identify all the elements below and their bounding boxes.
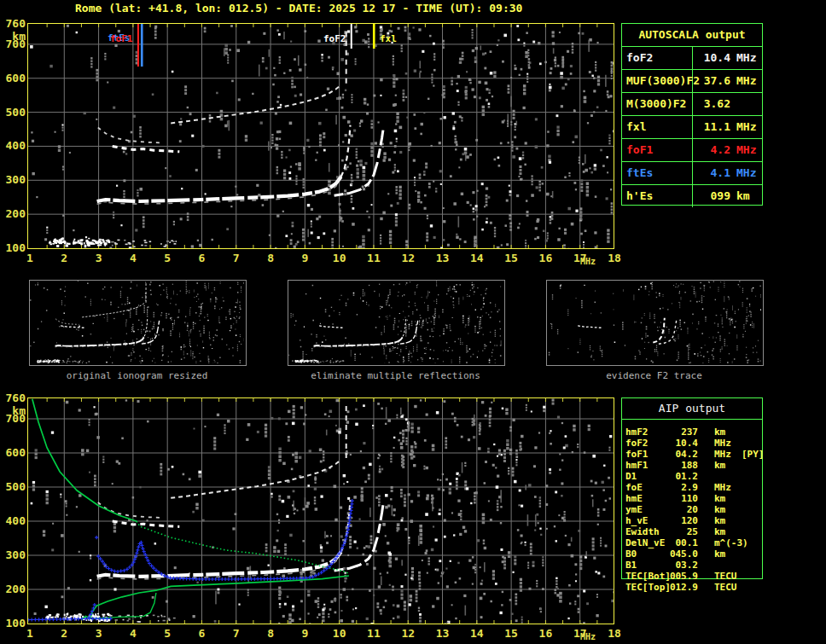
autoscala-param: foF1 [622, 139, 693, 161]
aip-row-TECTop: TEC[Top]012.9TECU [625, 582, 760, 593]
y-tick-label: 700 [2, 38, 26, 50]
y-tick-label: 400 [2, 515, 26, 527]
autoscala-output-table: AUTOSCALA output foF210.4MHzMUF(3000)F23… [621, 23, 763, 206]
autoscala-value: 3.62 [693, 93, 762, 115]
x-tick-label: 6 [190, 627, 212, 640]
autoscala-value: 099km [693, 185, 762, 207]
aip-row-foF1: foF104.2MHz[PY] [625, 449, 760, 460]
y-tick-label: 200 [2, 208, 26, 220]
y-tick-label: 100 [2, 242, 26, 254]
autoscala-row-foF2: foF210.4MHz [622, 47, 762, 70]
y-tick-label: 500 [2, 107, 26, 119]
x-tick-label: 12 [397, 627, 419, 640]
aip-row-TECBot: TEC[Bot]005.9TECU [625, 571, 760, 582]
aip-row-Ewidth: Ewidth25km [625, 526, 760, 537]
y-tick-label: 300 [2, 549, 26, 561]
autoscala-app-screen: Rome (lat: +41.8, lon: 012.5) - DATE: 20… [0, 0, 826, 644]
autoscala-value: 4.1MHz [693, 162, 762, 184]
autoscala-row-MUF3000F2: MUF(3000)F237.6MHz [622, 70, 762, 93]
aip-row-hmF2: hmF2237km [625, 426, 760, 438]
thumbnail-eliminate-reflections [288, 280, 505, 366]
marker-label-foF1: foF1 [110, 34, 133, 44]
y-tick-label: 200 [2, 583, 26, 595]
autoscala-table-header: AUTOSCALA output [622, 24, 762, 47]
aip-table-header: AIP output [622, 398, 762, 420]
aip-row-hmE: hmE110km [625, 493, 760, 504]
x-tick-label: 14 [466, 627, 488, 640]
aip-row-foF2: foF210.4MHz [625, 438, 760, 449]
x-tick-label: 7 [225, 627, 247, 640]
y-tick-label: 500 [2, 481, 26, 493]
x-axis-unit: MHz [580, 632, 596, 641]
x-tick-label: 11 [363, 627, 385, 640]
x-tick-label: 8 [259, 627, 282, 640]
thumbnail-caption: original ionogram resized [29, 370, 245, 381]
aip-row-hvE: h_vE120km [625, 515, 760, 526]
y-tick-label: 300 [2, 174, 26, 186]
marker-label-fxl: fxl [380, 34, 397, 44]
autoscala-param: MUF(3000)F2 [622, 70, 693, 92]
autoscala-value: 37.6MHz [693, 70, 762, 92]
autoscala-param: M(3000)F2 [622, 93, 693, 115]
x-tick-label: 15 [500, 627, 522, 640]
x-axis-unit: MHz [580, 257, 596, 266]
thumbnail-evidence-f2-trace [546, 280, 764, 366]
autoscala-row-M3000F2: M(3000)F23.62 [622, 93, 762, 116]
scaled-ionogram-plot: ftEsfoF1foF2fxl [27, 23, 614, 249]
y-tick-label: 400 [2, 140, 26, 152]
autoscala-row-hEs: h'Es099km [622, 185, 762, 207]
y-tick-label: 760 [2, 392, 26, 404]
x-tick-label: 11 [363, 252, 385, 264]
profile-ionogram-plot [27, 397, 614, 624]
x-tick-label: 12 [397, 252, 419, 264]
autoscala-row-ftEs: ftEs4.1MHz [622, 162, 762, 185]
page-title: Rome (lat: +41.8, lon: 012.5) - DATE: 20… [75, 2, 522, 15]
autoscala-param: ftEs [622, 162, 693, 184]
x-tick-label: 3 [88, 252, 110, 264]
x-tick-label: 10 [329, 627, 351, 640]
x-tick-label: 4 [122, 252, 144, 264]
x-tick-label: 5 [156, 627, 178, 640]
autoscala-row-fxl: fxl11.1MHz [622, 116, 762, 139]
x-tick-label: 9 [294, 252, 316, 264]
x-tick-label: 6 [190, 252, 212, 264]
x-tick-label: 4 [122, 627, 144, 640]
marker-label-foF2: foF2 [323, 34, 346, 44]
aip-row-DelNvE: DelN_vE00.1m^(-3) [625, 537, 760, 548]
thumbnail-caption: eliminate multiple reflections [288, 370, 503, 381]
x-tick-label: 13 [432, 252, 454, 264]
autoscala-param: foF2 [622, 47, 693, 69]
thumbnail-original-ionogram [29, 280, 247, 366]
autoscala-value: 10.4MHz [693, 47, 762, 69]
aip-row-ymE: ymE20km [625, 504, 760, 515]
y-tick-label: 600 [2, 447, 26, 459]
x-tick-label: 13 [432, 627, 454, 640]
y-tick-label: 760 [2, 18, 26, 30]
x-tick-label: 2 [53, 627, 75, 640]
x-tick-label: 16 [534, 627, 556, 640]
autoscala-param: fxl [622, 116, 693, 138]
x-tick-label: 10 [329, 252, 351, 264]
x-tick-label: 9 [294, 627, 316, 640]
x-tick-label: 5 [156, 252, 178, 264]
x-tick-label: 18 [603, 252, 625, 264]
x-tick-label: 7 [225, 252, 247, 264]
autoscala-value: 11.1MHz [693, 116, 762, 138]
y-tick-label: 100 [2, 618, 26, 629]
autoscala-value: 4.2MHz [693, 139, 762, 161]
aip-row-foE: foE2.9MHz [625, 482, 760, 493]
autoscala-row-foF1: foF14.2MHz [622, 139, 762, 162]
x-tick-label: 14 [466, 252, 488, 264]
x-tick-label: 8 [259, 252, 282, 264]
x-tick-label: 3 [88, 627, 110, 640]
x-tick-label: 2 [53, 252, 75, 264]
thumbnail-caption: evidence F2 trace [546, 370, 762, 381]
aip-row-B1: B103.2 [625, 560, 760, 571]
autoscala-param: h'Es [622, 185, 693, 207]
x-tick-label: 16 [534, 252, 556, 264]
aip-row-D1: D101.2 [625, 471, 760, 482]
y-tick-label: 600 [2, 73, 26, 84]
aip-row-B0: B0045.0km [625, 548, 760, 560]
x-tick-label: 18 [603, 627, 625, 640]
x-tick-label: 15 [500, 252, 522, 264]
